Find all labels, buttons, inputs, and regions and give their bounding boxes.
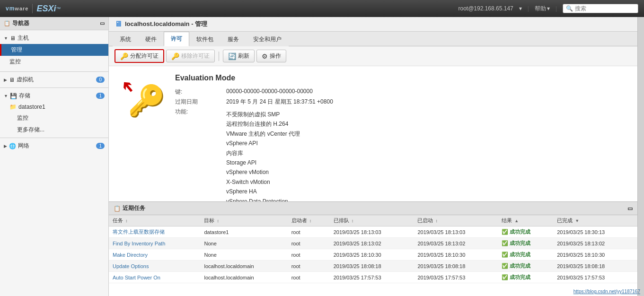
status-text: 成功完成 xyxy=(510,263,530,269)
sidebar-item-vm[interactable]: ▶ 🖥 虚拟机 0 xyxy=(0,74,108,86)
task-name[interactable]: 将文件上载至数据存储 xyxy=(109,226,200,238)
task-link[interactable]: Make Directory xyxy=(113,252,148,258)
task-result: ✅成功完成 xyxy=(498,226,553,238)
task-link[interactable]: Find By Inventory Path xyxy=(113,241,165,246)
sidebar-collapse-icon[interactable]: ▭ xyxy=(100,20,105,26)
sidebar-header: 📋 导航器 ▭ xyxy=(0,17,108,30)
task-queued: 2019/03/25 18:10:30 xyxy=(330,249,414,261)
content-area: 🖥 localhost.localdomain - 管理 系统 硬件 许可 软件… xyxy=(109,17,637,296)
footer-link[interactable]: https://blog.csdn.net/yy1187167 xyxy=(573,289,640,294)
col-result[interactable]: 结果 ▲ xyxy=(498,215,553,226)
network-icon: 🌐 xyxy=(9,143,16,149)
tasks-header: 📋 近期任务 ▭ xyxy=(109,202,637,215)
license-content: ➔ 🔑 Evaluation Mode 键: 00000-00000-00000… xyxy=(109,66,637,201)
sidebar-item-storage[interactable]: ▼ 💾 存储 1 xyxy=(0,90,108,102)
sidebar-item-monitor[interactable]: 监控 xyxy=(0,56,108,68)
status-icon: ✅ xyxy=(502,229,508,235)
collapse-arrow-vm: ▶ xyxy=(4,78,7,82)
tab-hardware[interactable]: 硬件 xyxy=(138,32,164,46)
action-icon: ⚙ xyxy=(262,52,268,60)
table-row[interactable]: Find By Inventory Path None root 2019/03… xyxy=(109,238,637,249)
features-label: 功能: xyxy=(175,108,222,201)
col-task[interactable]: 任务 ↕ xyxy=(109,215,200,226)
tab-services[interactable]: 服务 xyxy=(221,32,246,46)
tab-security[interactable]: 安全和用户 xyxy=(246,32,289,46)
task-link[interactable]: Auto Start Power On xyxy=(113,275,160,280)
action-label: 操作 xyxy=(270,52,281,60)
tasks-expand-icon[interactable]: ▭ xyxy=(627,205,633,212)
task-target: localhost.localdomain xyxy=(200,261,287,272)
task-name[interactable]: Find By Inventory Path xyxy=(109,238,200,249)
sidebar-label-monitor: 监控 xyxy=(9,58,21,66)
key-value: 00000-00000-00000-00000-00000 xyxy=(226,88,628,96)
search-box[interactable]: 🔍 xyxy=(563,4,638,13)
sidebar-item-network[interactable]: ▶ 🌐 网络 1 xyxy=(0,140,108,152)
task-name[interactable]: Update Options xyxy=(109,261,200,272)
status-text: 成功完成 xyxy=(510,252,530,257)
sidebar-nav-icon: 📋 xyxy=(4,20,10,26)
task-link[interactable]: 将文件上载至数据存储 xyxy=(113,229,165,235)
refresh-label: 刷新 xyxy=(238,52,249,60)
col-started[interactable]: 已启动 ↕ xyxy=(414,215,498,226)
table-row[interactable]: Update Options localhost.localdomain roo… xyxy=(109,261,637,272)
table-row[interactable]: Auto Start Power On localhost.localdomai… xyxy=(109,272,637,283)
sort-icon-result: ▲ xyxy=(514,218,519,223)
task-target: None xyxy=(200,249,287,261)
help-label: 帮助 xyxy=(535,5,546,13)
sort-icon-initiator: ↕ xyxy=(309,218,312,223)
host-icon: 🖥 xyxy=(10,35,16,42)
task-link[interactable]: Update Options xyxy=(113,263,149,269)
status-text: 成功完成 xyxy=(510,240,530,246)
sort-icon-target: ↕ xyxy=(217,218,220,223)
refresh-button[interactable]: 🔄 刷新 xyxy=(223,50,255,62)
col-queued[interactable]: 已排队 ↕ xyxy=(330,215,414,226)
task-result: ✅成功完成 xyxy=(498,249,553,261)
sidebar-label-network: 网络 xyxy=(18,142,29,150)
status-icon: ✅ xyxy=(502,252,508,257)
status-text: 成功完成 xyxy=(510,274,530,280)
col-completed[interactable]: 已完成 ▼ xyxy=(553,215,637,226)
assign-license-button[interactable]: 🔑 分配许可证 xyxy=(115,49,164,63)
tasks-icon: 📋 xyxy=(114,205,121,212)
task-queued: 2019/03/25 17:57:53 xyxy=(330,272,414,283)
feature-item: VMware 主机的 vCenter 代理 xyxy=(226,129,628,139)
task-queued: 2019/03/25 18:08:18 xyxy=(330,261,414,272)
sidebar-item-management[interactable]: 管理 xyxy=(0,44,108,56)
task-initiator: root xyxy=(288,238,330,249)
main-scrollbar[interactable] xyxy=(637,17,644,296)
tasks-table-body: 将文件上载至数据存储 datastore1 root 2019/03/25 18… xyxy=(109,226,637,283)
table-row[interactable]: Make Directory None root 2019/03/25 18:1… xyxy=(109,249,637,261)
main-layout: 📋 导航器 ▭ ▼ 🖥 主机 管理 监控 ▶ 🖥 虚拟机 0 xyxy=(0,17,644,296)
sidebar-item-datastore1[interactable]: 📁 datastore1 xyxy=(0,102,108,112)
tasks-table: 任务 ↕ 目标 ↕ 启动者 ↕ 已排队 ↕ 已启动 ↕ 结果 ▲ 已完成 ▼ 将… xyxy=(109,215,637,296)
task-name[interactable]: Make Directory xyxy=(109,249,200,261)
task-queued: 2019/03/25 18:13:03 xyxy=(330,226,414,238)
help-menu[interactable]: 帮助 ▾ xyxy=(535,5,550,13)
task-name[interactable]: Auto Start Power On xyxy=(109,272,200,283)
logo: vmware ESXi™ xyxy=(6,4,61,14)
status-icon: ✅ xyxy=(502,240,508,246)
search-input[interactable] xyxy=(575,5,632,12)
task-result: ✅成功完成 xyxy=(498,238,553,249)
action-button[interactable]: ⚙ 操作 xyxy=(256,50,286,62)
storage-badge: 1 xyxy=(96,93,105,99)
col-initiator[interactable]: 启动者 ↕ xyxy=(288,215,330,226)
col-target[interactable]: 目标 ↕ xyxy=(200,215,287,226)
remove-license-button[interactable]: 🔑 移除许可证 xyxy=(166,50,215,62)
table-row[interactable]: 将文件上载至数据存储 datastore1 root 2019/03/25 18… xyxy=(109,226,637,238)
task-started: 2019/03/25 17:57:53 xyxy=(414,272,498,283)
task-target: datastore1 xyxy=(200,226,287,238)
license-key-image: ➔ 🔑 xyxy=(118,74,166,121)
tab-packages[interactable]: 软件包 xyxy=(189,32,221,46)
header-dropdown-arrow[interactable]: ▾ xyxy=(519,5,522,12)
task-started: 2019/03/25 18:13:02 xyxy=(414,238,498,249)
sidebar-item-storage-monitor[interactable]: 监控 xyxy=(0,112,108,124)
key-label: 键: xyxy=(175,88,222,96)
sidebar-item-host[interactable]: ▼ 🖥 主机 xyxy=(0,32,108,44)
tab-license[interactable]: 许可 xyxy=(164,32,189,46)
content-header-title: localhost.localdomain - 管理 xyxy=(125,20,207,28)
tab-system[interactable]: 系统 xyxy=(113,32,138,46)
sidebar-item-more-storage[interactable]: 更多存储... xyxy=(0,124,108,136)
sidebar-label-more-storage: 更多存储... xyxy=(17,126,44,134)
expiry-label: 过期日期 xyxy=(175,98,222,106)
